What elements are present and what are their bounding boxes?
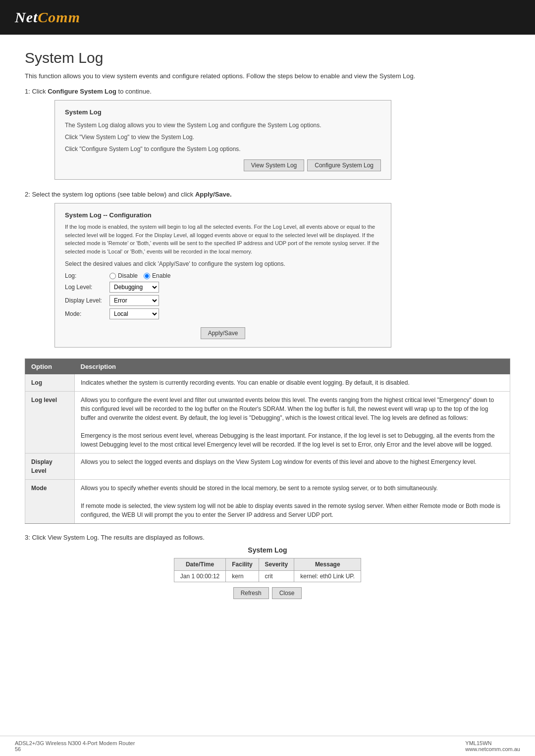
log-enable-radio[interactable] bbox=[144, 273, 150, 279]
log-disable-label[interactable]: Disable bbox=[109, 272, 138, 279]
logo-comm: Comm bbox=[38, 9, 80, 25]
log-level-select[interactable]: Debugging bbox=[109, 282, 159, 293]
syslog-buttons: Refresh Close bbox=[25, 587, 510, 599]
options-table: Option Description Log Indicates whether… bbox=[25, 358, 510, 524]
display-level-select[interactable]: Error bbox=[109, 295, 159, 306]
refresh-button[interactable]: Refresh bbox=[233, 587, 269, 599]
log-label: Log: bbox=[65, 272, 109, 279]
step-3: 3: Click View System Log. The results ar… bbox=[25, 534, 510, 599]
apply-save-button[interactable]: Apply/Save bbox=[201, 327, 246, 339]
display-level-row: Display Level: Error bbox=[65, 295, 381, 306]
syslog-col-severity: Severity bbox=[259, 558, 294, 571]
config-title: System Log -- Configuration bbox=[65, 211, 381, 219]
config-buttons: Apply/Save bbox=[65, 327, 381, 339]
view-system-log-button[interactable]: View System Log bbox=[244, 159, 305, 171]
dialog1-desc3: Click "Configure System Log" to configur… bbox=[65, 145, 381, 153]
syslog-title: System Log bbox=[25, 546, 510, 554]
syslog-datetime: Jan 1 00:00:12 bbox=[174, 571, 225, 582]
log-row: Log: Disable Enable bbox=[65, 272, 381, 279]
option-log-level: Log level bbox=[25, 392, 75, 454]
system-log-dialog: System Log The System Log dialog allows … bbox=[54, 100, 391, 180]
col-description: Description bbox=[75, 359, 510, 375]
footer-model: YML15WN bbox=[465, 740, 520, 746]
log-disable-radio[interactable] bbox=[109, 273, 116, 279]
desc-mode: Allows you to specify whether events sho… bbox=[75, 480, 510, 524]
syslog-col-datetime: Date/Time bbox=[174, 558, 225, 571]
step1-prefix: 1: Click bbox=[25, 88, 48, 95]
intro-text: This function allows you to view system … bbox=[25, 72, 510, 80]
mode-select[interactable]: Local bbox=[109, 308, 159, 319]
step-2: 2: Select the system log options (see ta… bbox=[25, 191, 510, 348]
logo-net: Net bbox=[15, 9, 38, 25]
syslog-facility: kern bbox=[226, 571, 259, 582]
syslog-header-row: Date/Time Facility Severity Message bbox=[174, 558, 361, 571]
footer-right: YML15WN www.netcomm.com.au bbox=[465, 740, 520, 752]
syslog-message: kernel: eth0 Link UP. bbox=[294, 571, 361, 582]
desc-display-level: Allows you to select the logged events a… bbox=[75, 454, 510, 480]
step1-bold: Configure System Log bbox=[48, 88, 116, 95]
option-display-level: Display Level bbox=[25, 454, 75, 480]
step2-prefix: 2: Select the system log options (see ta… bbox=[25, 191, 195, 198]
step2-label: 2: Select the system log options (see ta… bbox=[25, 191, 510, 198]
log-radio-group: Disable Enable bbox=[109, 272, 170, 279]
table-row: Mode Allows you to specify whether event… bbox=[25, 480, 510, 524]
syslog-col-message: Message bbox=[294, 558, 361, 571]
col-option: Option bbox=[25, 359, 75, 375]
step3-label: 3: Click View System Log. The results ar… bbox=[25, 534, 510, 541]
syslog-table: Date/Time Facility Severity Message Jan … bbox=[174, 558, 361, 582]
dialog1-buttons: View System Log Configure System Log bbox=[65, 159, 381, 171]
step1-suffix: to continue. bbox=[116, 88, 152, 95]
table-row: Log Indicates whether the system is curr… bbox=[25, 374, 510, 392]
syslog-section: System Log Date/Time Facility Severity M… bbox=[25, 546, 510, 599]
syslog-severity: crit bbox=[259, 571, 294, 582]
footer-left: ADSL2+/3G Wireless N300 4-Port Modem Rou… bbox=[15, 740, 135, 752]
step1-label: 1: Click Configure System Log to continu… bbox=[25, 88, 510, 95]
log-level-label: Log Level: bbox=[65, 284, 109, 291]
display-level-label: Display Level: bbox=[65, 297, 109, 304]
close-button[interactable]: Close bbox=[272, 587, 302, 599]
table-row: Log level Allows you to configure the ev… bbox=[25, 392, 510, 454]
configure-system-log-button[interactable]: Configure System Log bbox=[307, 159, 381, 171]
mode-row: Mode: Local bbox=[65, 308, 381, 319]
mode-label: Mode: bbox=[65, 310, 109, 317]
option-mode: Mode bbox=[25, 480, 75, 524]
footer: ADSL2+/3G Wireless N300 4-Port Modem Rou… bbox=[0, 736, 535, 756]
syslog-col-facility: Facility bbox=[226, 558, 259, 571]
syslog-data-row: Jan 1 00:00:12 kern crit kernel: eth0 Li… bbox=[174, 571, 361, 582]
table-row: Display Level Allows you to select the l… bbox=[25, 454, 510, 480]
step-1: 1: Click Configure System Log to continu… bbox=[25, 88, 510, 180]
log-enable-label[interactable]: Enable bbox=[144, 272, 170, 279]
desc-log-level: Allows you to configure the event level … bbox=[75, 392, 510, 454]
page-title: System Log bbox=[25, 50, 510, 66]
step2-bold: Apply/Save. bbox=[195, 191, 232, 198]
dialog1-title: System Log bbox=[65, 108, 381, 116]
footer-page-number: 56 bbox=[15, 746, 135, 752]
config-select-line: Select the desired values and click 'App… bbox=[65, 260, 381, 267]
log-level-row: Log Level: Debugging bbox=[65, 282, 381, 293]
option-log: Log bbox=[25, 374, 75, 392]
header: NetComm bbox=[0, 0, 535, 35]
desc-log: Indicates whether the system is currentl… bbox=[75, 374, 510, 392]
options-table-header: Option Description bbox=[25, 359, 510, 375]
logo: NetComm bbox=[15, 9, 80, 26]
main-content: System Log This function allows you to v… bbox=[0, 35, 535, 650]
config-desc: If the log mode is enabled, the system w… bbox=[65, 223, 381, 255]
footer-website: www.netcomm.com.au bbox=[465, 746, 520, 752]
config-dialog: System Log -- Configuration If the log m… bbox=[54, 203, 391, 348]
dialog1-desc2: Click "View System Log" to view the Syst… bbox=[65, 133, 381, 142]
footer-product: ADSL2+/3G Wireless N300 4-Port Modem Rou… bbox=[15, 740, 135, 746]
log-enable-text: Enable bbox=[152, 272, 170, 279]
dialog1-desc1: The System Log dialog allows you to view… bbox=[65, 121, 381, 130]
log-disable-text: Disable bbox=[118, 272, 138, 279]
